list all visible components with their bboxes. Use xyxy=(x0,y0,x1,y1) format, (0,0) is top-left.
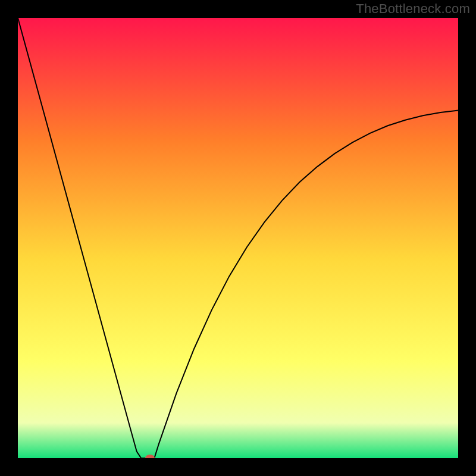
plot-area xyxy=(18,18,458,458)
chart-svg xyxy=(18,18,458,458)
gradient-background xyxy=(18,18,458,458)
watermark-text: TheBottleneck.com xyxy=(356,1,470,17)
chart-frame: TheBottleneck.com xyxy=(0,0,476,476)
